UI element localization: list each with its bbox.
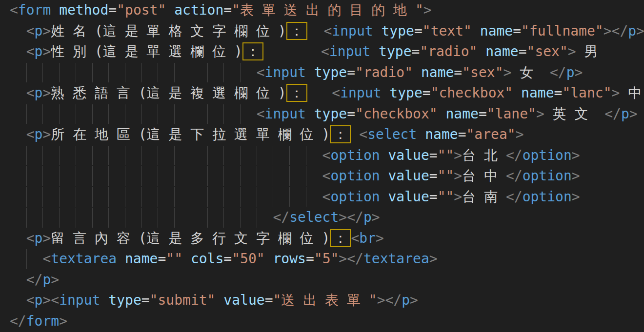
code-token bbox=[10, 272, 26, 288]
code-token: option bbox=[330, 189, 380, 205]
code-token: < bbox=[26, 126, 35, 142]
code-token: input bbox=[332, 23, 373, 39]
code-token: > bbox=[572, 168, 580, 184]
code-line[interactable]: <p><input type="submit" value="送出表單"></p… bbox=[0, 290, 644, 311]
code-line[interactable]: <p>性別(這是單選欄位)： <input type="radio" name=… bbox=[0, 41, 644, 62]
code-token: = bbox=[306, 251, 314, 267]
code-token bbox=[10, 106, 257, 122]
code-token: "" bbox=[438, 168, 454, 184]
code-token bbox=[351, 126, 359, 142]
code-token: = bbox=[429, 147, 438, 163]
code-line[interactable]: <input type="radio" name="sex"> 女 </p> bbox=[0, 62, 644, 83]
code-line[interactable]: <option value="">台南</option> bbox=[0, 187, 644, 208]
code-token: ( bbox=[139, 126, 147, 142]
code-token: 這是多行文字欄位 bbox=[147, 230, 322, 246]
code-token: ) bbox=[322, 126, 330, 142]
code-token: < bbox=[351, 230, 359, 246]
code-token: input bbox=[59, 292, 100, 308]
code-token bbox=[10, 43, 26, 59]
code-token: "submit" bbox=[150, 292, 216, 308]
code-line[interactable]: <p>所在地區(這是下拉選單欄位)： <select name="area"> bbox=[0, 124, 644, 145]
code-token bbox=[166, 2, 174, 18]
code-token: 性別 bbox=[51, 43, 95, 59]
code-editor[interactable]: <form method="post" action="表單送出的目的地"> <… bbox=[0, 0, 644, 332]
code-token: p bbox=[402, 292, 410, 308]
code-token bbox=[477, 43, 485, 59]
code-token: > bbox=[51, 272, 59, 288]
code-line[interactable]: <p>留言內容(這是多行文字欄位)：<br> bbox=[0, 228, 644, 249]
code-token: "fullname" bbox=[521, 23, 604, 39]
code-token: </ bbox=[612, 23, 628, 39]
code-token: "text" bbox=[423, 23, 472, 39]
code-token bbox=[544, 106, 553, 122]
code-token: type bbox=[389, 85, 422, 101]
code-token: 留言內容 bbox=[51, 230, 138, 246]
code-token bbox=[117, 251, 125, 267]
code-token: value bbox=[223, 292, 264, 308]
code-token: "50" bbox=[232, 251, 264, 267]
code-token bbox=[306, 64, 314, 80]
code-token: </ bbox=[506, 189, 523, 205]
code-token: < bbox=[42, 251, 51, 267]
code-token bbox=[370, 43, 379, 59]
code-line[interactable]: <p>姓名(這是單格文字欄位)： <input type="text" name… bbox=[0, 21, 644, 42]
code-token bbox=[10, 189, 322, 205]
code-token: > bbox=[42, 292, 51, 308]
code-token: p bbox=[566, 64, 575, 80]
code-token: </ bbox=[604, 106, 621, 122]
code-token: > bbox=[339, 251, 347, 267]
code-token: textarea bbox=[363, 251, 429, 267]
code-token: 送出表單 bbox=[281, 292, 368, 308]
code-token: < bbox=[322, 189, 331, 205]
code-token: value bbox=[388, 189, 429, 205]
code-token: = bbox=[265, 292, 273, 308]
code-token bbox=[10, 64, 257, 80]
code-token: > bbox=[612, 85, 620, 101]
code-token: select bbox=[367, 126, 417, 142]
code-token bbox=[596, 106, 604, 122]
code-token: > bbox=[42, 43, 51, 59]
code-token: option bbox=[523, 189, 572, 205]
code-token: action bbox=[174, 2, 223, 18]
code-token: < bbox=[322, 168, 331, 184]
code-token: </ bbox=[26, 272, 43, 288]
code-token: option bbox=[523, 147, 572, 163]
code-line[interactable]: <input type="checkbox" name="lane"> 英文 <… bbox=[0, 104, 644, 125]
code-token: type bbox=[108, 292, 141, 308]
code-line[interactable]: <textarea name="" cols="50" rows="5"></t… bbox=[0, 249, 644, 270]
code-token bbox=[380, 147, 388, 163]
code-line[interactable]: <form method="post" action="表單送出的目的地"> bbox=[0, 0, 644, 21]
code-token: option bbox=[330, 147, 380, 163]
code-line[interactable]: <p>熟悉語言(這是複選欄位)： <input type="checkbox" … bbox=[0, 83, 644, 104]
code-token: form bbox=[18, 2, 51, 18]
code-token: > bbox=[516, 126, 524, 142]
code-token: = bbox=[429, 168, 438, 184]
code-token: "lanc" bbox=[562, 85, 611, 101]
code-token: < bbox=[332, 85, 340, 101]
code-token: = bbox=[412, 43, 420, 59]
code-token: = bbox=[429, 189, 438, 205]
code-token bbox=[620, 85, 628, 101]
code-token: br bbox=[359, 230, 376, 246]
code-token: textarea bbox=[51, 251, 117, 267]
code-token: ( bbox=[139, 85, 147, 101]
code-token: " bbox=[415, 2, 423, 18]
code-line[interactable]: <option value="">台北</option> bbox=[0, 145, 644, 166]
code-token: p bbox=[35, 43, 43, 59]
code-line[interactable]: </p> bbox=[0, 270, 644, 291]
code-line[interactable]: </form> bbox=[0, 311, 644, 332]
code-token bbox=[263, 43, 321, 59]
code-token: = bbox=[108, 2, 117, 18]
code-token: p bbox=[621, 106, 629, 122]
code-line[interactable]: </select></p> bbox=[0, 207, 644, 228]
code-token bbox=[10, 168, 322, 184]
code-token: < bbox=[257, 64, 265, 80]
code-token: 台中 bbox=[462, 168, 506, 184]
code-token: = bbox=[423, 85, 431, 101]
code-token: input bbox=[265, 64, 306, 80]
code-token: select bbox=[289, 209, 339, 225]
code-token: value bbox=[388, 147, 429, 163]
code-line[interactable]: <option value="">台中</option> bbox=[0, 166, 644, 187]
code-token: > bbox=[503, 64, 512, 80]
code-token: < bbox=[26, 23, 35, 39]
